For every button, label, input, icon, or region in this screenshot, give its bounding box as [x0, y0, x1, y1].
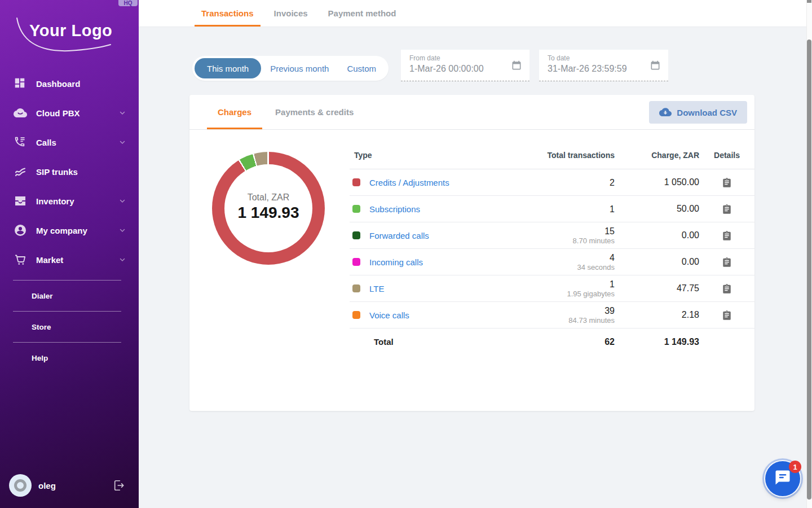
calendar-icon[interactable] [650, 60, 661, 71]
details-clipboard-icon[interactable] [722, 203, 732, 215]
logo-text: Your Logo [29, 21, 112, 40]
tab-invoices[interactable]: Invoices [267, 0, 315, 27]
total-charge: 1 149.93 [615, 337, 699, 347]
main-area: TransactionsInvoicesPayment method This … [139, 0, 812, 508]
details-clipboard-icon[interactable] [722, 309, 732, 321]
donut-total-label: Total, ZAR [212, 192, 325, 203]
sidebar-item-dashboard[interactable]: Dashboard [0, 69, 139, 98]
sidebar-item-sip-trunks[interactable]: SIP trunks [0, 157, 139, 186]
type-color-swatch [352, 231, 360, 239]
charge-value: 50.00 [615, 204, 699, 214]
transactions-count: 2 [536, 177, 615, 188]
logout-icon[interactable] [113, 479, 125, 492]
chevron-down-icon [118, 256, 126, 264]
table-row-credits-adjustments: Credits / Adjustments21 050.00 [350, 169, 754, 196]
sidebar-item-label: SIP trunks [36, 167, 126, 177]
charge-value: 47.75 [615, 283, 699, 294]
range-option-previous-month[interactable]: Previous month [261, 64, 338, 73]
top-tab-bar: TransactionsInvoicesPayment method [139, 0, 812, 27]
sidebar-nav: DashboardCloud PBXCallsSIP trunksInvento… [0, 69, 139, 274]
dashboard-icon [14, 77, 27, 90]
charge-value: 0.00 [615, 230, 699, 240]
sidebar-item-label: My company [36, 226, 118, 235]
download-csv-label: Download CSV [677, 108, 737, 117]
type-color-swatch [352, 311, 360, 319]
transactions-volume: 34 seconds [536, 263, 615, 272]
user-name: oleg [38, 481, 113, 491]
details-clipboard-icon[interactable] [722, 256, 732, 268]
col-header-charge: Charge, ZAR [615, 151, 699, 160]
sidebar-item-store[interactable]: Store [0, 312, 139, 342]
table-row-subscriptions: Subscriptions150.00 [350, 196, 754, 222]
transactions-card: ChargesPayments & credits Download CSV T… [189, 95, 754, 411]
table-row-incoming-calls: Incoming calls434 seconds0.00 [350, 249, 754, 275]
charges-table: Type Total transactions Charge, ZAR Deta… [350, 141, 754, 355]
details-clipboard-icon[interactable] [722, 283, 732, 295]
to-date-label: To date [548, 54, 661, 62]
sidebar-item-dialer[interactable]: Dialer [0, 281, 139, 311]
details-clipboard-icon[interactable] [722, 230, 732, 242]
transactions-volume: 84.73 minutes [536, 316, 615, 325]
type-link[interactable]: Subscriptions [369, 204, 420, 214]
my-company-icon [14, 224, 27, 237]
charge-value: 1 050.00 [615, 177, 699, 187]
type-link[interactable]: Incoming calls [369, 257, 423, 267]
table-row-forwarded-calls: Forwarded calls158.70 minutes0.00 [350, 222, 754, 249]
total-transactions: 62 [536, 336, 615, 347]
sidebar-item-market[interactable]: Market [0, 245, 139, 274]
charges-donut-chart: Total, ZAR 1 149.93 [212, 152, 325, 265]
calendar-icon[interactable] [511, 60, 522, 71]
charge-value: 2.18 [615, 310, 699, 320]
total-label: Total [350, 337, 536, 347]
to-date-field[interactable]: To date 31-Mar-26 23:59:59 [539, 50, 668, 81]
details-clipboard-icon[interactable] [722, 177, 732, 189]
chevron-down-icon [118, 197, 126, 205]
col-header-type: Type [350, 151, 536, 160]
scrollbar-track[interactable] [806, 0, 812, 508]
cloud-pbx-icon [14, 106, 27, 120]
download-csv-button[interactable]: Download CSV [649, 101, 747, 124]
avatar[interactable] [9, 474, 32, 497]
logo: Your Logo [0, 0, 139, 69]
sidebar-item-cloud-pbx[interactable]: Cloud PBX [0, 98, 139, 128]
table-row-voice-calls: Voice calls3984.73 minutes2.18 [350, 302, 754, 329]
range-option-this-month[interactable]: This month [195, 58, 261, 78]
chevron-down-icon [118, 226, 126, 234]
tab-transactions[interactable]: Transactions [195, 0, 261, 27]
sidebar-item-my-company[interactable]: My company [0, 216, 139, 245]
sidebar-item-label: Calls [36, 138, 118, 147]
donut-total-value: 1 149.93 [212, 204, 325, 222]
transactions-count: 15 [536, 226, 615, 237]
transactions-count: 39 [536, 305, 615, 316]
from-date-field[interactable]: From date 1-Mar-26 00:00:00 [401, 50, 529, 81]
sip-trunks-icon [14, 165, 27, 178]
sidebar-item-calls[interactable]: Calls [0, 128, 139, 157]
type-link[interactable]: LTE [369, 284, 384, 294]
type-link[interactable]: Credits / Adjustments [369, 178, 449, 187]
chevron-down-icon [118, 138, 126, 146]
tab-payments-credits[interactable]: Payments & credits [264, 95, 364, 129]
type-link[interactable]: Forwarded calls [369, 231, 429, 240]
tab-charges[interactable]: Charges [207, 95, 262, 129]
type-color-swatch [352, 205, 360, 213]
sidebar-item-help[interactable]: Help [0, 343, 139, 373]
cloud-download-icon [659, 108, 672, 117]
sidebar: HQ Your Logo DashboardCloud PBXCallsSIP … [0, 0, 139, 508]
from-date-value: 1-Mar-26 00:00:00 [409, 64, 523, 74]
sidebar-secondary-nav: DialerStoreHelp [0, 280, 139, 373]
notification-badge: 1 [789, 461, 801, 473]
table-header-row: Type Total transactions Charge, ZAR Deta… [350, 141, 754, 169]
card-tabs: ChargesPayments & credits [207, 95, 367, 129]
calls-icon [14, 135, 27, 149]
transactions-count: 1 [536, 204, 615, 214]
range-option-custom[interactable]: Custom [338, 64, 385, 73]
sidebar-item-label: Cloud PBX [36, 108, 118, 118]
scrollbar-thumb[interactable] [807, 40, 811, 500]
transactions-count: 1 [536, 279, 615, 290]
col-header-details: Details [699, 151, 754, 160]
donut-center: Total, ZAR 1 149.93 [212, 192, 325, 222]
type-link[interactable]: Voice calls [369, 310, 409, 320]
to-date-value: 31-Mar-26 23:59:59 [548, 64, 661, 74]
tab-payment-method[interactable]: Payment method [321, 0, 403, 27]
sidebar-item-inventory[interactable]: Inventory [0, 186, 139, 216]
